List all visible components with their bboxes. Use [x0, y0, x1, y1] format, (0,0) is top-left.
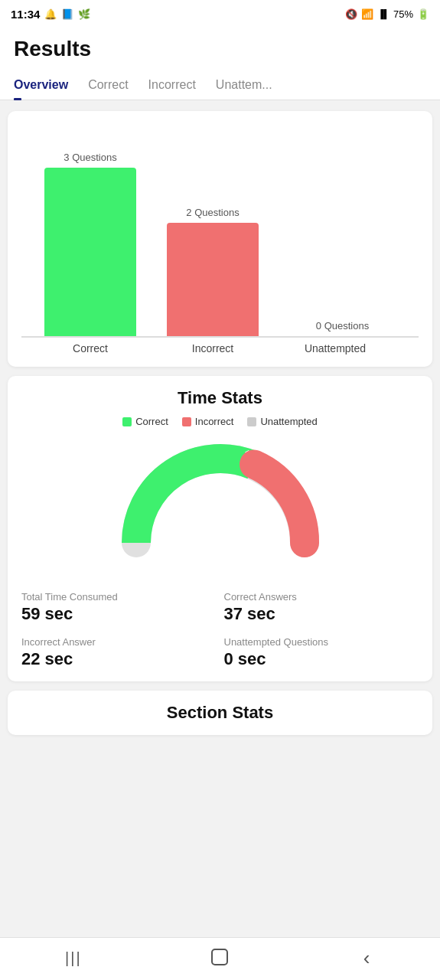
recents-icon: |||	[65, 949, 82, 967]
stat-total-time: Total Time Consumed 59 sec	[21, 591, 217, 624]
time-stats-title: Time Stats	[21, 388, 419, 408]
status-time: 11:34	[11, 8, 40, 21]
time-stats-card: Time Stats Correct Incorrect Unattempted	[8, 376, 432, 681]
tabs-bar: Overview Correct Incorrect Unattem...	[0, 69, 440, 100]
svg-rect-1	[212, 949, 227, 965]
notification-icon: 🔔	[44, 8, 57, 20]
bar-label-correct-top: 3 Questions	[64, 152, 116, 163]
stat-unattempted-questions: Unattempted Questions 0 sec	[224, 636, 419, 669]
legend-incorrect: Incorrect	[182, 416, 234, 427]
donut-container	[21, 439, 419, 570]
nav-back-button[interactable]: ‹	[347, 943, 386, 974]
bar-incorrect	[167, 223, 259, 336]
bar-bottom-labels: Correct Incorrect Unattempted	[21, 338, 419, 354]
legend-label-unattempted: Unattempted	[260, 416, 317, 427]
leaf-icon: 🌿	[78, 8, 90, 20]
home-icon	[210, 947, 230, 970]
stat-value-incorrect: 22 sec	[21, 649, 217, 669]
stat-label-correct: Correct Answers	[224, 591, 419, 603]
legend-dot-unattempted	[247, 417, 256, 426]
legend-unattempted: Unattempted	[247, 416, 317, 427]
bar-chart-card: 3 Questions 2 Questions 0 Questions Corr…	[8, 111, 432, 367]
mute-icon: 🔇	[345, 8, 357, 20]
bars-area: 3 Questions 2 Questions 0 Questions	[21, 123, 419, 338]
bar-group-correct: 3 Questions	[29, 152, 152, 336]
bar-label-correct: Correct	[29, 342, 152, 354]
page-title: Results	[14, 37, 426, 69]
signal-icon: ▐▌	[377, 9, 389, 18]
tab-incorrect[interactable]: Incorrect	[148, 69, 210, 100]
bar-chart: 3 Questions 2 Questions 0 Questions Corr…	[21, 123, 419, 354]
legend-label-correct: Correct	[135, 416, 168, 427]
legend-dot-correct	[122, 417, 132, 426]
wifi-icon: 📶	[361, 8, 373, 20]
app-icon-1: 📘	[61, 8, 73, 20]
stat-incorrect-answer: Incorrect Answer 22 sec	[21, 636, 217, 669]
nav-recents-button[interactable]: |||	[54, 943, 93, 974]
donut-chart	[121, 443, 320, 566]
bar-label-incorrect: Incorrect	[152, 342, 274, 354]
tab-overview[interactable]: Overview	[14, 69, 82, 100]
stat-label-incorrect: Incorrect Answer	[21, 636, 217, 648]
bar-label-unattempted-top: 0 Questions	[316, 320, 369, 332]
stat-value-total: 59 sec	[21, 604, 217, 624]
bottom-nav: ||| ‹	[0, 937, 440, 980]
bar-group-incorrect: 2 Questions	[152, 207, 274, 336]
status-bar: 11:34 🔔 📘 🌿 🔇 📶 ▐▌ 75% 🔋	[0, 0, 440, 28]
back-icon: ‹	[363, 946, 370, 970]
status-left: 11:34 🔔 📘 🌿	[11, 8, 90, 21]
bar-correct	[44, 168, 136, 336]
tab-correct[interactable]: Correct	[88, 69, 142, 100]
battery-text: 75%	[393, 8, 413, 20]
battery-icon: 🔋	[417, 8, 429, 20]
legend-dot-incorrect	[182, 417, 191, 426]
stat-value-correct: 37 sec	[224, 604, 419, 624]
tab-unattempted[interactable]: Unattem...	[216, 69, 286, 100]
header: Results	[0, 28, 440, 69]
stat-value-unattempted: 0 sec	[224, 649, 419, 669]
main-content: 3 Questions 2 Questions 0 Questions Corr…	[0, 100, 440, 937]
legend-correct: Correct	[122, 416, 168, 427]
nav-home-button[interactable]	[200, 943, 239, 974]
bar-group-unattempted: 0 Questions	[274, 320, 411, 336]
stat-correct-answers: Correct Answers 37 sec	[224, 591, 419, 624]
section-stats-title: Section Stats	[21, 703, 419, 723]
status-right: 🔇 📶 ▐▌ 75% 🔋	[345, 8, 429, 20]
stat-label-total: Total Time Consumed	[21, 591, 217, 603]
stat-label-unattempted: Unattempted Questions	[224, 636, 419, 648]
svg-point-0	[165, 488, 275, 598]
bar-label-unattempted: Unattempted	[274, 342, 396, 354]
bar-label-incorrect-top: 2 Questions	[186, 207, 239, 218]
section-stats-card: Section Stats	[8, 691, 432, 735]
legend-label-incorrect: Incorrect	[195, 416, 234, 427]
legend: Correct Incorrect Unattempted	[21, 416, 419, 427]
